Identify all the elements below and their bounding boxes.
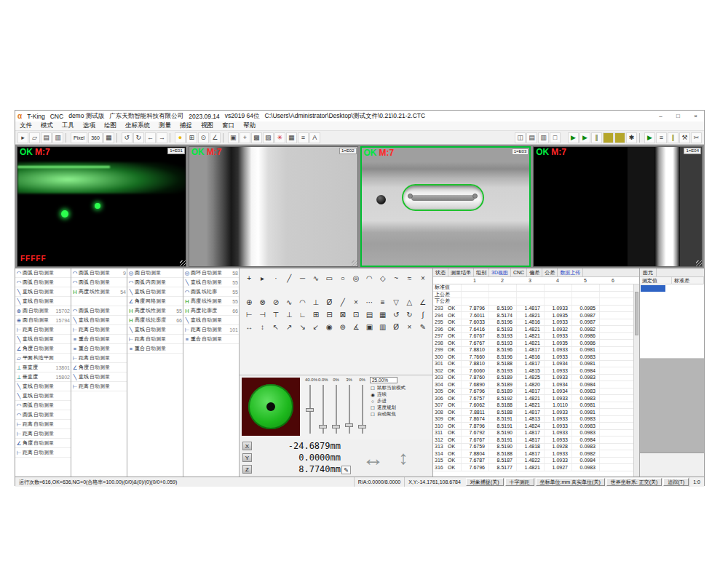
- palette-tool[interactable]: ⊡: [349, 308, 363, 321]
- jog-slider[interactable]: 3%: [344, 377, 354, 437]
- status-segment[interactable]: 世界坐标系: 正交(关): [606, 478, 662, 486]
- camera-panel-4[interactable]: OK M:7 1=E04: [533, 146, 703, 267]
- table-row[interactable]: 295 OK 7.6033 8.5196 1.4816 1.0933 0.098…: [433, 319, 639, 327]
- palette-tool[interactable]: ×: [403, 321, 416, 333]
- slider-thumb[interactable]: [345, 423, 353, 427]
- list-item[interactable]: ⊥ 垂直度 15802: [15, 372, 71, 382]
- list-item[interactable]: ⊢ 距离 自动测量: [71, 325, 127, 335]
- menu-item[interactable]: 选项: [79, 121, 100, 130]
- palette-tool[interactable]: ∿: [309, 272, 323, 284]
- list-item[interactable]: ◠ 圆弧 自动测量: [15, 401, 71, 410]
- list-item[interactable]: ⊢ 距离 自动测量: [15, 448, 71, 458]
- axis-badge[interactable]: X: [242, 442, 252, 450]
- table-row[interactable]: 298 OK 7.6767 8.5193 1.4821 1.0935 0.098…: [433, 340, 639, 347]
- scrollbar-thumb[interactable]: [635, 292, 638, 335]
- palette-tool[interactable]: ↔: [242, 321, 256, 333]
- palette-tool[interactable]: ∿: [282, 296, 296, 308]
- list-item[interactable]: ◠ 圆弧 自动测量: [15, 410, 71, 420]
- list-item[interactable]: ◠ 圆弧 内圆测量: [127, 278, 183, 287]
- jog-option[interactable]: ○ 步进: [370, 398, 431, 404]
- jog-slider[interactable]: 0.0%: [318, 377, 328, 437]
- jog-option[interactable]: ◉ 连续: [370, 391, 431, 398]
- palette-tool[interactable]: ▸: [256, 272, 269, 284]
- palette-tool[interactable]: ○: [336, 272, 349, 284]
- list-item[interactable]: ⊕ 圆 自动测量 15794: [15, 316, 71, 325]
- status-segment[interactable]: X,Y:-14.1761,108.6784: [404, 477, 464, 487]
- table-tab[interactable]: 状态: [433, 268, 448, 276]
- table-row[interactable]: 301 OK 7.8810 8.5188 1.4817 1.0934 0.098…: [433, 361, 639, 368]
- table-tab[interactable]: CNC: [511, 268, 527, 276]
- minimize-button[interactable]: –: [654, 111, 667, 121]
- list-item[interactable]: ◠ 圆弧 自动测量: [15, 278, 71, 287]
- table-tab[interactable]: 3D视图: [489, 268, 511, 276]
- palette-tool[interactable]: ∫: [416, 308, 430, 321]
- palette-tool[interactable]: ▣: [363, 321, 376, 333]
- palette-tool[interactable]: ▽: [389, 296, 403, 308]
- toolbar-icon[interactable]: ▥: [538, 132, 549, 143]
- table-row[interactable]: 309 OK 7.8674 8.5191 1.4813 1.0933 0.098…: [433, 416, 639, 423]
- list-item[interactable]: ⊥ 垂直度 13801: [15, 363, 71, 372]
- toolbar-icon[interactable]: ▱: [29, 132, 40, 143]
- status-segment[interactable]: 十字测距: [505, 478, 534, 486]
- jog-slider[interactable]: 40.0%: [305, 377, 314, 437]
- palette-tool[interactable]: ·: [269, 272, 282, 284]
- menu-item[interactable]: 捕捉: [175, 121, 197, 130]
- palette-tool[interactable]: ⊤: [269, 308, 282, 321]
- jog-option[interactable]: ☐ 鼠标当前模式: [370, 385, 431, 391]
- toolbar-icon[interactable]: ↺: [122, 132, 132, 143]
- toolbar-icon[interactable]: ≡: [298, 132, 309, 143]
- list-item[interactable]: ╲ 直线 自动测量: [71, 372, 127, 382]
- list-item[interactable]: ∠ 角度 自动测量: [15, 344, 71, 354]
- list-item[interactable]: H 高度 线性测量 54: [71, 287, 127, 297]
- palette-tool[interactable]: ×: [349, 296, 363, 308]
- jog-y-arrows-icon[interactable]: ↕: [399, 447, 408, 469]
- toolbar-icon[interactable]: ▶: [644, 132, 655, 143]
- list-item[interactable]: ◠ 圆弧 自动测量: [15, 268, 71, 278]
- palette-tool[interactable]: ≡: [376, 296, 389, 308]
- list-item[interactable]: ≡ 重合 自动测量: [183, 335, 239, 344]
- toolbar-icon[interactable]: ▤: [526, 132, 537, 143]
- slider-thumb[interactable]: [319, 425, 327, 428]
- list-item[interactable]: ◠ 圆弧 自动测量: [71, 306, 127, 316]
- jog-option[interactable]: ☐ 自动聚焦: [370, 411, 431, 418]
- palette-tool[interactable]: ⋯: [363, 296, 376, 308]
- toolbar-icon[interactable]: ▶: [579, 132, 590, 143]
- jog-slider[interactable]: 0%: [357, 377, 367, 437]
- menu-item[interactable]: 文件: [15, 121, 36, 130]
- list-item[interactable]: ≡ 重合 自动测量: [71, 335, 127, 344]
- toolbar-icon[interactable]: ≡: [656, 132, 667, 143]
- palette-tool[interactable]: ↙: [309, 321, 323, 333]
- palette-tool[interactable]: ~: [389, 272, 403, 284]
- menu-item[interactable]: 模式: [36, 121, 58, 130]
- toolbar-icon[interactable]: ▦: [286, 132, 297, 143]
- palette-tool[interactable]: ×: [416, 272, 430, 284]
- toolbar-icon[interactable]: [170, 133, 173, 143]
- tolerance-row[interactable]: 下公差: [433, 298, 639, 306]
- toolbar-icon[interactable]: ✱: [626, 132, 637, 143]
- toolbar-icon[interactable]: Pixel: [71, 132, 87, 143]
- menu-item[interactable]: 帮助: [239, 121, 260, 130]
- table-tab[interactable]: 公差: [542, 268, 558, 276]
- toolbar-icon[interactable]: ◫: [515, 132, 526, 143]
- edit-position-button[interactable]: ✎: [341, 466, 351, 474]
- list-item[interactable]: ◎ 圆环 自动测量 58: [183, 268, 239, 278]
- list-item[interactable]: ▱ 平面 构造平面: [15, 354, 71, 363]
- menu-item[interactable]: 工具: [58, 121, 79, 130]
- list-item[interactable]: ╲ 直线 自动测量: [71, 316, 127, 325]
- jog-option[interactable]: ☐ 速度规划: [370, 404, 431, 411]
- joystick-ball[interactable]: [248, 384, 293, 429]
- palette-tool[interactable]: ↗: [282, 321, 296, 333]
- toolbar-icon[interactable]: ▤: [41, 132, 52, 143]
- palette-tool[interactable]: ↖: [269, 321, 282, 333]
- palette-tool[interactable]: ▤: [363, 308, 376, 321]
- list-item[interactable]: ≡ 重合 自动测量: [127, 344, 183, 354]
- palette-tool[interactable]: ◇: [376, 272, 389, 284]
- toolbar-icon[interactable]: ✳: [274, 132, 285, 143]
- slider-thumb[interactable]: [332, 425, 340, 428]
- palette-tool[interactable]: ↕: [256, 321, 269, 333]
- toolbar-icon[interactable]: 360: [88, 132, 103, 143]
- palette-tool[interactable]: ⊗: [256, 296, 269, 308]
- list-item[interactable]: ╲ 直线 自动测量: [127, 287, 183, 297]
- table-row[interactable]: 310 OK 7.8796 8.5191 1.4824 1.0933 0.098…: [433, 423, 639, 430]
- list-item[interactable]: [71, 297, 127, 306]
